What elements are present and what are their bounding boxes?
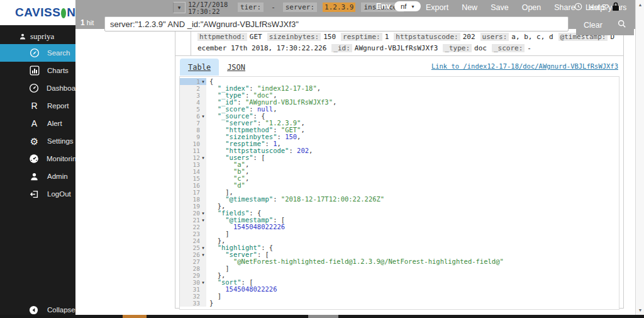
doc-field-label: _id: [331, 44, 352, 52]
line-number-gutter: 13 [180, 161, 206, 168]
line-number-gutter: 31 [180, 286, 206, 293]
sidebar-item-label: Report [47, 102, 69, 110]
fold-toggle-icon[interactable]: ▾ [200, 156, 206, 161]
fold-toggle-icon[interactable]: ▾ [200, 253, 206, 258]
sidebar-item-logout[interactable]: LogOut [0, 185, 75, 203]
logout-icon [29, 190, 40, 199]
line-number: 30 [193, 279, 200, 286]
doc-field-value: 202 [463, 33, 475, 41]
line-number: 14 [193, 168, 200, 175]
sidebar-item-settings[interactable]: ⚙Settings [0, 132, 75, 150]
menu-share[interactable]: Share [554, 3, 575, 12]
letter-r-icon: R [29, 101, 40, 111]
brand-logo[interactable]: CAVISSN [0, 0, 75, 25]
line-number: 9 [196, 133, 200, 140]
line-number: 33 [193, 300, 200, 307]
fold-toggle-icon[interactable]: ▾ [200, 114, 206, 119]
search-icon[interactable] [618, 20, 626, 31]
line-number-gutter: 1▾ [180, 78, 206, 85]
collapse-label: Collapse [47, 306, 75, 314]
line-number-gutter: 30▾ [180, 279, 206, 286]
line-number-gutter: 9 [180, 133, 206, 140]
content-area: httpmethod:GETsizeinbytes:150resptime:1h… [75, 29, 635, 315]
line-number-gutter: 33 [180, 300, 206, 307]
line-number-gutter: 29 [180, 272, 206, 279]
line-number-gutter: 10 [180, 140, 206, 147]
scroll-up-arrow[interactable]: ▲ [636, 3, 644, 7]
sidebar-item-report[interactable]: RReport [0, 97, 75, 115]
line-number-gutter: 12▾ [180, 154, 206, 161]
menu-open[interactable]: Open [522, 3, 541, 12]
vertical-scrollbar[interactable]: ▲ ▼ [635, 0, 644, 315]
menu-new[interactable]: New [462, 3, 477, 12]
line-number-gutter: 19 [180, 203, 206, 210]
sidebar-item-label: Charts [47, 67, 69, 74]
line-number: 22 [193, 224, 200, 230]
line-number: 4 [196, 99, 200, 106]
date-dropdown-button[interactable]: ▾ [173, 2, 186, 13]
hit-count: 1hit [80, 18, 94, 27]
tab-json[interactable]: JSON [219, 59, 253, 76]
line-number: 3 [196, 92, 200, 99]
doc-field-value: GET [250, 33, 262, 41]
line-number: 13 [193, 161, 200, 168]
sidebar-item-label: Alert [47, 120, 62, 127]
collapse-icon [29, 305, 40, 315]
sidebar-item-label: Admin [47, 173, 68, 180]
search-input[interactable] [104, 16, 569, 31]
sidebar-item-charts[interactable]: Charts [0, 62, 75, 79]
document-link[interactable]: Link to /index12-17-18/doc/AWgnurd-VBJLf… [431, 62, 618, 70]
scroll-down-arrow[interactable]: ▼ [636, 308, 644, 312]
caret-down-icon: ▾ [412, 4, 414, 9]
user-icon [19, 33, 26, 40]
document-row[interactable]: httpmethod:GETsizeinbytes:150resptime:1h… [175, 29, 623, 56]
fold-toggle-icon[interactable]: ▾ [200, 246, 206, 251]
app-window: CAVISSN supriya SearchChartsDashboardRRe… [0, 0, 644, 318]
menu-export[interactable]: Export [426, 3, 448, 12]
line-number-gutter: 15 [180, 175, 206, 182]
datetime-display[interactable]: 12/17/2018 17:30:22 [188, 1, 227, 15]
line-number: 25 [193, 244, 200, 251]
json-line: 18 "@timestamp": "2018-12-17T12:00:22.22… [180, 196, 619, 203]
letter-a-icon: A [29, 118, 40, 128]
doc-field-value: - [527, 44, 531, 52]
sidebar-item-alert[interactable]: AAlert [0, 115, 75, 132]
sidebar-item-search[interactable]: Search [0, 44, 75, 62]
line-number: 18 [193, 196, 200, 203]
json-line: 28 ] [180, 265, 619, 272]
json-line: 15 "c", [180, 175, 619, 182]
topbar: ▾ 12/17/2018 17:30:22 tier:-server:1.2.3… [75, 0, 635, 15]
search-actions: Clear [576, 15, 634, 35]
line-number-gutter: 20▾ [180, 210, 206, 217]
fold-toggle-icon[interactable]: ▾ [200, 280, 206, 285]
line-number-gutter: 26▾ [180, 251, 206, 258]
clear-button[interactable]: Clear [584, 21, 602, 30]
line-number-gutter: 18 [180, 196, 206, 203]
line-number-gutter: 3 [180, 92, 206, 99]
line-number: 27 [193, 258, 200, 265]
sidebar-item-dashboard[interactable]: Dashboard [0, 79, 75, 97]
json-line: 33} [180, 300, 619, 307]
json-line: 27 "@NetForest-highlighted-field@1.2.3.9… [180, 258, 619, 265]
line-number-gutter: 32 [180, 293, 206, 300]
doc-field-label: httpmethod: [197, 33, 247, 41]
row-toggle-column[interactable] [175, 29, 191, 55]
line-number: 28 [193, 265, 200, 272]
menu-save[interactable]: Save [491, 3, 509, 12]
env-dropdown[interactable]: nf ▾ [394, 1, 421, 11]
sidebar-item-label: Search [47, 49, 70, 57]
timeframe-label: Last 5 years [586, 3, 626, 12]
fold-toggle-icon[interactable]: ▾ [200, 211, 206, 216]
fold-toggle-icon[interactable]: ▾ [200, 218, 206, 223]
line-number-gutter: 22 [180, 224, 206, 230]
json-editor[interactable]: 1▾{2 "_index": "index12-17-18",3 "_type"… [179, 76, 619, 310]
line-number: 23 [193, 230, 200, 237]
tab-table[interactable]: Table [180, 59, 219, 76]
json-code: } [206, 300, 213, 307]
sidebar-item-monitoring[interactable]: Monitoring [0, 150, 75, 168]
taskbar-strip [0, 315, 644, 318]
sidebar-item-admin[interactable]: Admin [0, 168, 75, 185]
line-number: 11 [193, 147, 200, 154]
line-number-gutter: 16 [180, 182, 206, 189]
fold-toggle-icon[interactable]: ▾ [200, 79, 206, 84]
